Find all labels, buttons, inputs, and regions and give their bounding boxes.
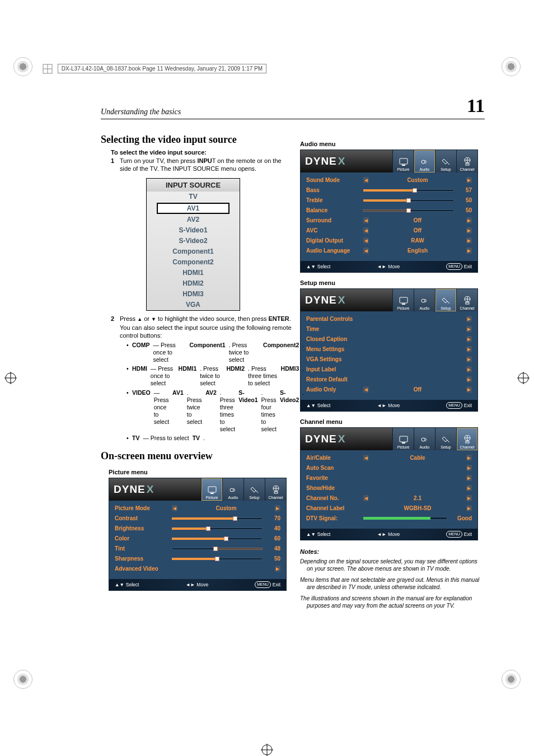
osd-row[interactable]: DTV Signal:Good — [306, 515, 472, 521]
osd-row[interactable]: Bass57 — [306, 187, 472, 193]
osd-row[interactable]: Color60 — [115, 535, 280, 542]
osd-tab-audio[interactable]: Audio — [414, 289, 435, 311]
right-arrow-icon[interactable]: ► — [466, 248, 472, 254]
osd-row[interactable]: Menu Settings► — [306, 346, 472, 352]
input-source-item[interactable]: AV1 — [157, 203, 229, 214]
right-arrow-icon[interactable]: ► — [466, 177, 472, 183]
osd-row[interactable]: Brightness40 — [115, 525, 280, 531]
input-source-item[interactable]: TV — [147, 192, 240, 202]
right-arrow-icon[interactable]: ► — [275, 566, 280, 572]
osd-tab-channel[interactable]: Channel — [456, 428, 477, 450]
osd-tab-audio[interactable]: Audio — [414, 428, 435, 450]
osd-slider[interactable] — [172, 548, 263, 550]
osd-row[interactable]: Channel LabelWGBH-SD► — [306, 505, 472, 511]
osd-tab-setup[interactable]: Setup — [435, 289, 456, 311]
right-arrow-icon[interactable]: ► — [466, 336, 472, 342]
osd-tab-channel[interactable]: Channel — [456, 289, 477, 311]
osd-tab-audio[interactable]: Audio — [222, 478, 243, 501]
osd-tab-setup[interactable]: Setup — [243, 478, 265, 501]
osd-row[interactable]: Parental Controls► — [306, 316, 472, 322]
input-source-item[interactable]: Component2 — [147, 257, 240, 268]
osd-slider[interactable] — [172, 538, 263, 540]
input-source-item[interactable]: S-Video2 — [147, 236, 240, 246]
right-arrow-icon[interactable]: ► — [466, 227, 472, 234]
osd-row[interactable]: Auto Scan► — [306, 465, 472, 471]
input-source-item[interactable]: S-Video1 — [147, 225, 240, 236]
left-arrow-icon[interactable]: ◄ — [363, 237, 369, 244]
right-arrow-icon[interactable]: ► — [466, 376, 472, 382]
osd-row[interactable]: Sound Mode◄Custom► — [306, 177, 472, 183]
osd-row[interactable]: Audio Language◄English► — [306, 248, 472, 254]
input-source-item[interactable]: HDMI3 — [147, 289, 240, 300]
osd-slider[interactable] — [363, 209, 454, 212]
right-arrow-icon[interactable]: ► — [466, 237, 472, 244]
osd-tab-audio[interactable]: Audio — [414, 150, 435, 172]
osd-row[interactable]: Show/Hide► — [306, 485, 472, 491]
osd-row[interactable]: Digital Output◄RAW► — [306, 237, 472, 244]
left-arrow-icon[interactable]: ◄ — [363, 495, 369, 501]
osd-tab-picture[interactable]: Picture — [392, 289, 414, 311]
input-source-item[interactable]: HDMI1 — [147, 268, 240, 278]
input-source-item[interactable]: Component1 — [147, 246, 240, 257]
right-arrow-icon[interactable]: ► — [466, 356, 472, 362]
leftright-icon: ◄► — [377, 264, 387, 269]
right-arrow-icon[interactable]: ► — [466, 475, 472, 481]
osd-slider[interactable] — [363, 189, 454, 192]
osd-row[interactable]: Audio Only◄Off► — [306, 386, 472, 393]
osd-row[interactable]: Channel No.◄2.1► — [306, 495, 472, 501]
right-arrow-icon[interactable]: ► — [466, 455, 472, 461]
osd-tab-picture[interactable]: Picture — [392, 150, 414, 172]
right-arrow-icon[interactable]: ► — [466, 465, 472, 471]
left-arrow-icon[interactable]: ◄ — [363, 248, 369, 254]
osd-row[interactable]: Contrast70 — [115, 515, 280, 521]
right-arrow-icon[interactable]: ► — [466, 386, 472, 393]
osd-row[interactable]: Balance50 — [306, 207, 472, 213]
osd-row[interactable]: Picture Mode◄Custom► — [115, 505, 280, 511]
osd-row[interactable]: Surround◄Off► — [306, 217, 472, 223]
osd-row[interactable]: Time► — [306, 326, 472, 332]
osd-tab-setup[interactable]: Setup — [435, 150, 456, 172]
left-arrow-icon[interactable]: ◄ — [363, 386, 369, 393]
osd-tab-picture[interactable]: Picture — [392, 428, 414, 450]
osd-row[interactable]: AVC◄Off► — [306, 227, 472, 234]
osd-row[interactable]: Tint48 — [115, 545, 280, 552]
osd-row[interactable]: Restore Default► — [306, 376, 472, 382]
input-source-item[interactable]: AV2 — [147, 214, 240, 225]
left-arrow-icon[interactable]: ◄ — [363, 177, 369, 183]
right-arrow-icon[interactable]: ► — [466, 505, 472, 511]
osd-slider[interactable] — [172, 558, 263, 560]
input-source-item[interactable]: VGA — [147, 300, 240, 310]
right-arrow-icon[interactable]: ► — [466, 485, 472, 491]
right-arrow-icon[interactable]: ► — [466, 366, 472, 372]
osd-row-label: Bass — [306, 187, 361, 193]
right-arrow-icon[interactable]: ► — [466, 495, 472, 501]
osd-row-label: Tint — [115, 545, 170, 552]
right-arrow-icon[interactable]: ► — [466, 346, 472, 352]
osd-slider[interactable] — [172, 528, 263, 530]
right-arrow-icon[interactable]: ► — [466, 316, 472, 322]
osd-row[interactable]: Advanced Video► — [115, 566, 280, 572]
left-arrow-icon[interactable]: ◄ — [363, 455, 369, 461]
osd-row[interactable]: Closed Caption► — [306, 336, 472, 342]
updown-icon: ▲▼ — [306, 403, 316, 408]
right-arrow-icon[interactable]: ► — [466, 217, 472, 223]
left-arrow-icon[interactable]: ◄ — [363, 217, 369, 223]
osd-slider[interactable] — [172, 517, 263, 520]
osd-tab-channel[interactable]: Channel — [456, 150, 477, 172]
osd-slider[interactable] — [363, 199, 454, 202]
left-arrow-icon[interactable]: ◄ — [172, 505, 177, 511]
osd-tab-channel[interactable]: Channel — [265, 478, 286, 501]
input-source-item[interactable]: HDMI2 — [147, 278, 240, 289]
right-arrow-icon[interactable]: ► — [466, 326, 472, 332]
osd-row[interactable]: Sharpness50 — [115, 556, 280, 562]
osd-row[interactable]: Air/Cable◄Cable► — [306, 455, 472, 461]
osd-row[interactable]: Favorite► — [306, 475, 472, 481]
left-arrow-icon[interactable]: ◄ — [363, 227, 369, 234]
osd-row[interactable]: Input Label► — [306, 366, 472, 372]
right-arrow-icon[interactable]: ► — [275, 505, 280, 511]
osd-row[interactable]: Treble50 — [306, 197, 472, 203]
osd-row-value: 48 — [265, 545, 280, 552]
osd-row[interactable]: VGA Settings► — [306, 356, 472, 362]
osd-tab-setup[interactable]: Setup — [435, 428, 456, 450]
osd-tab-picture[interactable]: Picture — [201, 478, 222, 501]
